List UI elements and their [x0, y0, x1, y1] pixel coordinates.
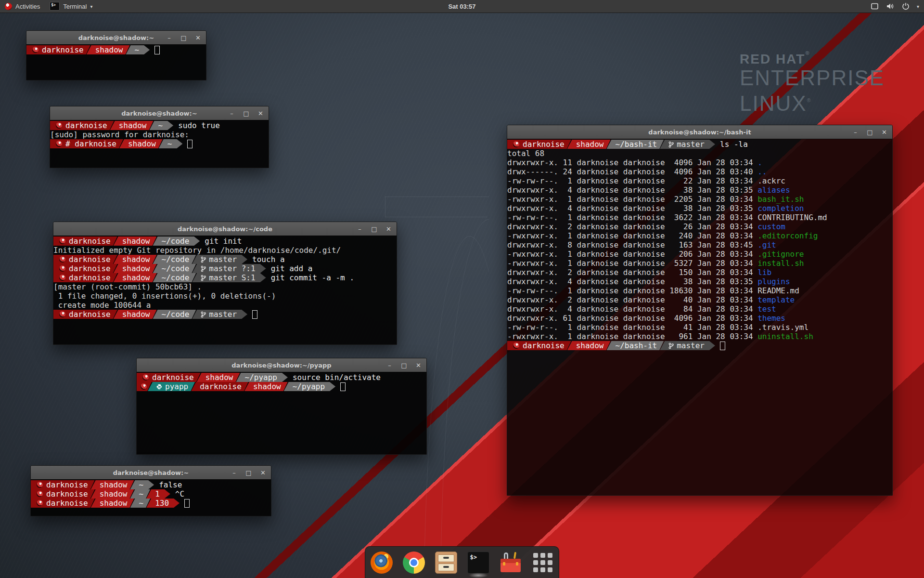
filename-green: bash_it.sh	[757, 195, 804, 204]
filename-green: uninstall.sh	[757, 332, 813, 341]
maximize-button[interactable]: □	[243, 110, 249, 117]
terminal-content[interactable]: darknoiseshadow~/bash-itmasterls -latota…	[507, 139, 892, 495]
files-icon[interactable]	[435, 552, 457, 574]
prompt-segment-user: darknoise	[53, 236, 117, 246]
terminal-line: darknoiseshadow~/bash-itmasterls -la	[507, 140, 892, 149]
filename-blue: .git	[757, 240, 776, 250]
output-text: -rwxrwxr-x. 1 darknoise darknoise 240 Ja…	[507, 231, 757, 240]
git-branch-icon	[201, 275, 206, 281]
toolbox-icon[interactable]	[500, 552, 522, 574]
terminal-line: darknoiseshadow~false	[31, 480, 271, 489]
prompt-segment-path: ~/pyapp	[236, 373, 288, 382]
prompt-segment-host: shadow	[114, 236, 157, 246]
terminal-line: pyappdarknoiseshadow~/pyapp	[137, 382, 426, 391]
output-text: drwx------. 24 darknoise darknoise 4096 …	[507, 167, 757, 176]
window-titlebar[interactable]: darknoise@shadow:~/bash-it – □ ✕	[507, 125, 892, 139]
terminal-line: drwx------. 24 darknoise darknoise 4096 …	[507, 167, 892, 176]
screwdriver-icon	[513, 552, 516, 559]
close-button[interactable]: ✕	[257, 110, 264, 117]
prompt-segment-user: darknoise	[26, 45, 90, 54]
terminal-content[interactable]: darknoiseshadow~/codegit initInitialized…	[53, 236, 397, 344]
prompt-segment-host: shadow	[87, 45, 130, 54]
activities-label: Activities	[15, 3, 40, 10]
terminal-icon[interactable]: $>	[467, 552, 489, 574]
redhat-icon	[59, 238, 65, 244]
wrench-icon	[504, 552, 508, 559]
output-text: -rw-rw-r--. 1 darknoise darknoise 22 Jan…	[507, 176, 757, 185]
output-text: Initialized empty Git repository in /hom…	[53, 246, 341, 255]
terminal-line: drwxrwxr-x. 8 darknoise darknoise 163 Ja…	[507, 240, 892, 250]
minimize-button[interactable]: –	[357, 225, 363, 233]
terminal-content[interactable]: darknoiseshadow~	[26, 44, 206, 80]
maximize-button[interactable]: □	[401, 362, 407, 369]
system-status-area[interactable]: ▾	[871, 0, 924, 13]
close-button[interactable]: ✕	[385, 225, 392, 233]
maximize-button[interactable]: □	[180, 34, 187, 41]
output-text: -rwxrwxr-x. 1 darknoise darknoise 961 Ja…	[507, 332, 757, 341]
top-bar: Activities $> Terminal ▾ Sat 03:57 ▾	[0, 0, 924, 13]
prompt-segment-user: darknoise	[191, 382, 248, 391]
prompt-segment-user: darknoise	[53, 273, 117, 282]
terminal-line: Initialized empty Git repository in /hom…	[53, 246, 397, 255]
prompt-segment-git: master	[192, 255, 247, 264]
maximize-button[interactable]: □	[371, 225, 377, 233]
terminal-cursor	[184, 499, 190, 508]
window-titlebar[interactable]: darknoise@shadow:~/pyapp – □ ✕	[137, 358, 426, 372]
minimize-button[interactable]: –	[852, 129, 859, 136]
output-text: total 68	[507, 149, 544, 158]
close-button[interactable]: ✕	[881, 129, 887, 136]
output-text: drwxrwxr-x. 2 darknoise darknoise 150 Ja…	[507, 268, 757, 277]
output-text: drwxrwxr-x. 2 darknoise darknoise 40 Jan…	[507, 295, 757, 304]
prompt-segment-path: ~/code	[153, 236, 200, 246]
close-button[interactable]: ✕	[260, 469, 266, 476]
prompt-segment-host: shadow	[567, 341, 611, 350]
chrome-icon[interactable]	[403, 552, 425, 574]
terminal-line: -rwxrwxr-x. 1 darknoise darknoise 5327 J…	[507, 259, 892, 268]
prompt-segment-user: darknoise	[31, 499, 95, 508]
filename-blue: template	[757, 295, 795, 304]
terminal-line: [master (root-commit) 50bcb63] .	[53, 282, 397, 291]
output-text: [sudo] password for darknoise:	[50, 130, 189, 139]
window-titlebar[interactable]: darknoise@shadow:~ – □ ✕	[31, 466, 271, 480]
prompt-segment-user: darknoise	[53, 255, 117, 264]
output-text: -rw-rw-r--. 1 darknoise darknoise 41 Jan…	[507, 323, 757, 332]
terminal-window: darknoise@shadow:~/bash-it – □ ✕ darknoi…	[507, 125, 893, 496]
redhat-icon	[37, 482, 43, 488]
close-button[interactable]: ✕	[415, 362, 422, 369]
output-text: .ackrc	[757, 176, 785, 185]
app-grid-icon[interactable]	[532, 552, 554, 574]
prompt-segment-host: shadow	[114, 264, 157, 273]
redhat-icon	[59, 265, 65, 272]
git-branch-icon	[668, 141, 674, 148]
prompt-segment-path: ~/bash-it	[607, 341, 664, 350]
terminal-content[interactable]: darknoiseshadow~falsedarknoiseshadow~1^C…	[31, 479, 271, 516]
maximize-button[interactable]: □	[867, 129, 873, 136]
minimize-button[interactable]: –	[231, 469, 237, 476]
close-button[interactable]: ✕	[195, 34, 201, 41]
maximize-button[interactable]: □	[245, 469, 252, 476]
window-titlebar[interactable]: darknoise@shadow:~/code – □ ✕	[53, 222, 397, 236]
minimize-button[interactable]: –	[386, 362, 393, 369]
clock[interactable]: Sat 03:57	[443, 3, 480, 10]
command-text: source bin/activate	[293, 373, 381, 382]
minimize-button[interactable]: –	[229, 110, 235, 117]
filename-blue: custom	[757, 222, 785, 231]
app-menu-terminal[interactable]: $> Terminal ▾	[45, 0, 97, 13]
terminal-content[interactable]: darknoiseshadow~sudo true[sudo] password…	[50, 120, 269, 168]
command-text: ls -la	[720, 140, 748, 149]
window-titlebar[interactable]: darknoise@shadow:~ – □ ✕	[50, 106, 269, 120]
command-text: git commit -a -m .	[271, 273, 354, 282]
window-titlebar[interactable]: darknoise@shadow:~ – □ ✕	[26, 31, 206, 45]
prompt-segment-path: ~	[159, 139, 183, 148]
output-text: drwxrwxr-x. 11 darknoise darknoise 4096 …	[507, 158, 757, 167]
terminal-content[interactable]: darknoiseshadow~/pyappsource bin/activat…	[137, 372, 426, 454]
command-text: git init	[205, 236, 242, 246]
terminal-glyph: $>	[470, 554, 477, 561]
output-text: drwxrwxr-x. 4 darknoise darknoise 84 Jan…	[507, 304, 757, 314]
terminal-line: -rw-rw-r--. 1 darknoise darknoise 41 Jan…	[507, 323, 892, 332]
activities-button[interactable]: Activities	[0, 0, 45, 13]
firefox-icon[interactable]	[371, 552, 393, 574]
minimize-button[interactable]: –	[166, 34, 172, 41]
terminal-line: drwxrwxr-x. 11 darknoise darknoise 4096 …	[507, 158, 892, 167]
output-text: drwxrwxr-x. 4 darknoise darknoise 38 Jan…	[507, 277, 757, 286]
